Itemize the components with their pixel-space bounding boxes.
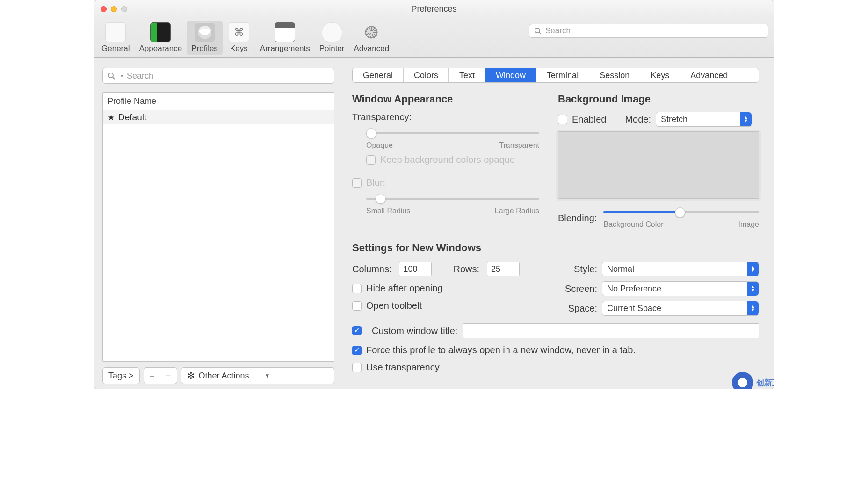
heading-background-image: Background Image (558, 93, 759, 105)
force-new-window-checkbox[interactable] (352, 346, 362, 355)
transparency-label: Transparency: (352, 112, 539, 123)
bgimage-well[interactable] (558, 131, 759, 199)
window-title: Preferences (94, 4, 774, 14)
toolbar-item-advanced[interactable]: Advanced (349, 21, 394, 55)
heading-new-windows: Settings for New Windows (352, 242, 759, 254)
chevron-updown-icon: ▲▼ (747, 262, 759, 276)
use-transparency-checkbox[interactable] (352, 363, 362, 372)
profile-list: Profile Name ★ Default (102, 92, 334, 362)
profile-list-header[interactable]: Profile Name (103, 93, 334, 110)
custom-title-checkbox[interactable] (352, 326, 362, 335)
profile-search-input[interactable]: ▾ Search (102, 68, 334, 84)
custom-title-input[interactable] (463, 323, 759, 338)
keep-bg-opaque-checkbox (366, 155, 376, 165)
tab-colors[interactable]: Colors (404, 68, 449, 82)
blur-checkbox (352, 178, 362, 188)
search-icon (108, 72, 115, 80)
toolbar-item-general[interactable]: General (97, 21, 134, 55)
hide-after-opening-checkbox[interactable] (352, 284, 362, 293)
watermark: ✕创新互联 (732, 372, 774, 389)
titlebar: Preferences (94, 0, 774, 18)
chevron-updown-icon: ▲▼ (740, 112, 752, 126)
chevron-updown-icon: ▲▼ (747, 301, 759, 315)
tab-session[interactable]: Session (589, 68, 640, 82)
chevron-updown-icon: ▲▼ (747, 282, 759, 296)
tab-text[interactable]: Text (449, 68, 485, 82)
tab-window[interactable]: Window (485, 68, 536, 82)
blending-slider[interactable] (603, 207, 759, 218)
space-select[interactable]: Current Space▲▼ (602, 301, 759, 316)
toolbar-item-arrangements[interactable]: Arrangements (255, 21, 315, 55)
bgimage-enabled-checkbox[interactable] (558, 115, 567, 124)
profile-row-default[interactable]: ★ Default (103, 110, 334, 124)
add-profile-button[interactable]: ＋ (144, 367, 160, 384)
svg-line-1 (539, 32, 541, 34)
other-actions-dropdown[interactable]: ✻Other Actions...▼ (181, 367, 334, 384)
toolbar-item-profiles[interactable]: Profiles (187, 21, 223, 55)
tab-keys[interactable]: Keys (640, 68, 680, 82)
gear-icon: ✻ (187, 370, 195, 381)
blur-slider (366, 194, 539, 204)
toolbar-search-input[interactable]: Search (529, 24, 768, 38)
svg-line-3 (113, 77, 115, 79)
style-select[interactable]: Normal▲▼ (602, 262, 759, 276)
toolbar-item-keys[interactable]: ⌘Keys (223, 21, 255, 55)
toolbar: General Appearance Profiles ⌘Keys Arrang… (94, 18, 774, 58)
search-icon (534, 27, 542, 35)
columns-input[interactable]: 100 (399, 262, 432, 276)
gear-icon (362, 22, 381, 42)
tab-advanced[interactable]: Advanced (680, 68, 738, 82)
svg-point-0 (535, 28, 540, 33)
tab-general[interactable]: General (353, 68, 404, 82)
tab-terminal[interactable]: Terminal (536, 68, 589, 82)
transparency-slider[interactable] (366, 128, 539, 138)
star-icon: ★ (108, 113, 115, 123)
heading-window-appearance: Window Appearance (352, 93, 539, 105)
chevron-down-icon: ▼ (265, 372, 270, 379)
rows-input[interactable]: 25 (487, 262, 520, 276)
svg-point-2 (108, 73, 113, 78)
open-toolbelt-checkbox[interactable] (352, 301, 362, 311)
toolbar-item-pointer[interactable]: Pointer (315, 21, 349, 55)
remove-profile-button: − (160, 367, 177, 384)
profile-tab-bar: General Colors Text Window Terminal Sess… (352, 68, 759, 83)
screen-select[interactable]: No Preference▲▼ (602, 281, 759, 296)
toolbar-item-appearance[interactable]: Appearance (134, 21, 187, 55)
tags-button[interactable]: Tags > (102, 367, 140, 384)
bgimage-mode-select[interactable]: Stretch▲▼ (656, 112, 752, 127)
